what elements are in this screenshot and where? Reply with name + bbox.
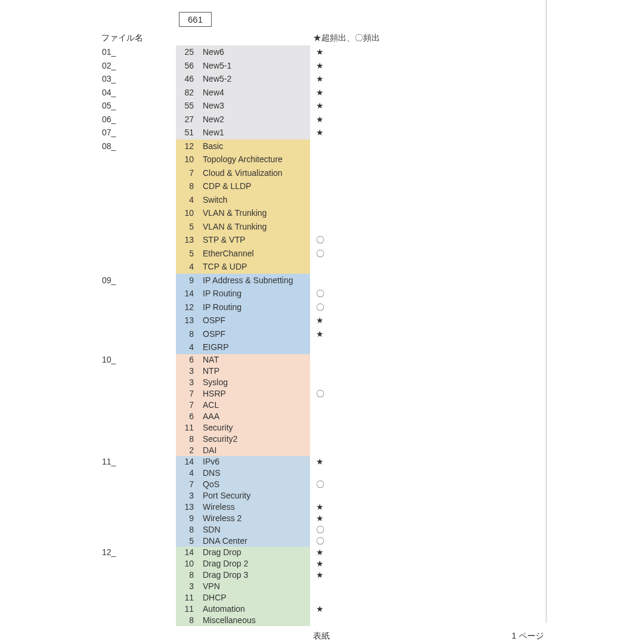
count-cell: 46 [179,72,194,86]
count-cell: 9 [179,274,194,287]
file-label: 08_ [102,140,162,153]
topic-cell: DNA Center [203,535,328,547]
table-row: 5DNA Center〇 [80,535,558,547]
table-row: 8Miscellaneous [80,615,558,626]
table-row: 10Drag Drop 2★ [80,558,558,569]
topic-cell: Security2 [203,434,328,445]
file-label: 11_ [102,456,162,467]
topic-cell: Basic [203,140,328,153]
frequency-mark: 〇 [316,233,328,247]
table-row: 03_46New5-2★ [80,72,558,86]
count-cell: 8 [179,434,194,445]
topic-cell: New5-1 [203,59,328,73]
frequency-mark: ★ [316,126,328,140]
table-row: 7HSRP〇 [80,388,558,400]
count-cell: 82 [179,86,194,100]
count-cell: 7 [179,400,194,411]
table-row: 4DNS [80,467,558,479]
count-cell: 6 [179,354,194,366]
frequency-mark: 〇 [316,301,328,314]
count-cell: 3 [179,490,194,501]
frequency-mark: ★ [316,45,328,59]
count-cell: 10 [179,558,194,569]
count-cell: 13 [179,314,194,327]
table-row: 08_12Basic [80,140,558,153]
frequency-mark: ★ [316,603,328,615]
frequency-mark: 〇 [316,388,328,400]
count-cell: 4 [179,193,194,207]
topic-cell: NTP [203,366,328,377]
frequency-mark: ★ [316,456,328,467]
frequency-mark: ★ [316,72,328,86]
count-cell: 3 [179,581,194,592]
topic-cell: IPv6 [203,456,328,467]
frequency-mark: 〇 [316,479,328,490]
table-row: 5EtherChannel〇 [80,247,558,261]
topic-cell: Miscellaneous [203,615,328,626]
topic-cell: OSPF [203,314,328,327]
count-cell: 8 [179,569,194,581]
header-legend: ★超頻出、〇頻出 [313,33,380,44]
table-row: 3Syslog [80,377,558,388]
topic-cell: OSPF [203,327,328,341]
count-cell: 9 [179,513,194,524]
file-label: 03_ [102,72,162,86]
count-cell: 3 [179,366,194,377]
file-label: 02_ [102,59,162,73]
table-row: 8Drag Drop 3★ [80,569,558,581]
count-cell: 3 [179,377,194,388]
frequency-mark: 〇 [316,535,328,547]
table-row: 09_9IP Address & Subnetting [80,274,558,287]
topic-cell: DNS [203,467,328,479]
table-row: 05_55New3★ [80,99,558,113]
frequency-mark: ★ [316,558,328,569]
topic-cell: IP Routing [203,301,328,314]
count-cell: 11 [179,422,194,434]
table-row: 3VPN [80,581,558,592]
table-row: 01_25New6★ [80,45,558,59]
count-cell: 5 [179,247,194,261]
topic-cell: Security [203,422,328,434]
table-row: 04_82New4★ [80,86,558,100]
frequency-mark: 〇 [316,287,328,301]
table-row: 10Topology Architecture [80,153,558,166]
count-cell: 5 [179,220,194,234]
total-count: 661 [188,14,203,24]
count-cell: 12 [179,301,194,314]
total-count-box: 661 [179,12,212,27]
topic-cell: CDP & LLDP [203,179,328,193]
table-row: 13OSPF★ [80,314,558,327]
count-cell: 11 [179,592,194,603]
topic-cell: Wireless 2 [203,513,328,524]
topic-cell: AAA [203,411,328,422]
topic-cell: Syslog [203,377,328,388]
frequency-mark: ★ [316,569,328,581]
count-cell: 11 [179,603,194,615]
topic-cell: Cloud & Virtualization [203,166,328,180]
count-cell: 7 [179,388,194,400]
count-cell: 13 [179,501,194,513]
frequency-mark: 〇 [316,247,328,261]
table-row: 5VLAN & Trunking [80,220,558,234]
count-cell: 7 [179,166,194,180]
table-row: 8SDN〇 [80,524,558,535]
table-row: 10_6NAT [80,354,558,366]
topic-cell: New1 [203,126,328,140]
table-row: 14IP Routing〇 [80,287,558,301]
rows-container: 01_25New6★02_56New5-1★03_46New5-2★04_82N… [80,45,558,626]
count-cell: 7 [179,479,194,490]
table-row: 4Switch [80,193,558,207]
file-label: 04_ [102,86,162,100]
count-cell: 8 [179,179,194,193]
topic-cell: New6 [203,45,328,59]
table-row: 3NTP [80,366,558,377]
count-cell: 8 [179,615,194,626]
frequency-mark: ★ [316,547,328,558]
file-label: 07_ [102,126,162,140]
count-cell: 4 [179,260,194,274]
frequency-mark: ★ [316,113,328,126]
topic-cell: Port Security [203,490,328,501]
file-label: 09_ [102,274,162,287]
table-row: 10VLAN & Trunking [80,206,558,220]
topic-cell: Topology Architecture [203,153,328,166]
